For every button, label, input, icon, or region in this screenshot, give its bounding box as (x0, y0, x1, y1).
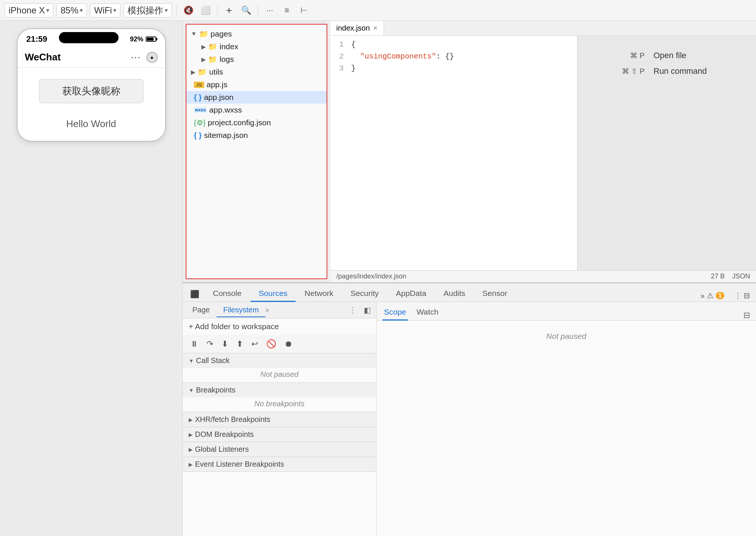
toolbar-divider-3 (258, 5, 258, 16)
mute-button[interactable]: 🔇 (181, 3, 195, 18)
subtab-filesystem-label: Filesystem (223, 306, 259, 314)
xhr-breakpoints-header[interactable]: ▶ XHR/fetch Breakpoints (183, 412, 376, 427)
tab-sensor[interactable]: Sensor (474, 286, 516, 302)
editor-tab-indexjson[interactable]: index.json ✕ (330, 21, 384, 35)
screenshot-button[interactable]: ⬜ (198, 3, 212, 18)
event-label: Event Listener Breakpoints (195, 460, 284, 469)
devtools-options-button[interactable]: ⋮ ⊟ (731, 290, 753, 302)
add-button[interactable]: + (222, 3, 236, 18)
phone-status-bar: 21:59 92% (18, 29, 165, 47)
main-area: 21:59 92% WeChat ··· ● (0, 21, 756, 536)
tree-item-appwxss[interactable]: wxss app.wxss (186, 104, 327, 116)
tab-network[interactable]: Network (296, 286, 341, 302)
tree-item-appjson[interactable]: { } app.json (186, 91, 327, 104)
json2-badge-icon: { } (194, 131, 202, 140)
xhr-label: XHR/fetch Breakpoints (195, 415, 270, 424)
phone-menu-button[interactable]: ··· (131, 51, 141, 63)
subtab-filesystem[interactable]: Filesystem (217, 303, 266, 317)
dom-label: DOM Breakpoints (195, 430, 254, 439)
zoom-selector[interactable]: 85% ▾ (56, 3, 87, 18)
filesystem-toggle-button[interactable]: ◧ (362, 305, 373, 315)
phone-hello-text: Hello World (66, 118, 116, 130)
line-content: "usingComponents": {} (351, 51, 454, 63)
scope-tab-watch[interactable]: Watch (415, 305, 440, 321)
tab-security[interactable]: Security (342, 286, 387, 302)
zoom-label: 85% (60, 5, 78, 16)
tree-item-utils[interactable]: ▶ 📁 utils (186, 66, 327, 78)
tab-network-label: Network (305, 289, 333, 297)
phone-status-right: 92% (130, 35, 156, 43)
scope-resize-icon[interactable]: ⊟ (743, 310, 750, 320)
global-listeners-header[interactable]: ▶ Global Listeners (183, 442, 376, 457)
dom-breakpoints-header[interactable]: ▶ DOM Breakpoints (183, 427, 376, 442)
pause-button[interactable]: ⏸ (189, 338, 200, 350)
tree-item-appjs[interactable]: JS app.js (186, 78, 327, 91)
global-label: Global Listeners (195, 445, 249, 454)
tree-item-pages[interactable]: ▼ 📁 pages (186, 28, 327, 40)
subtab-page[interactable]: Page (186, 303, 217, 317)
debugger-toolbar: ⏸ ↷ ⬇ ⬆ ↩ 🚫 ⏺ (183, 335, 376, 353)
subtab-more-icon[interactable]: » (265, 306, 269, 314)
step-button[interactable]: ↩ (250, 338, 259, 350)
phone-record-button[interactable]: ● (147, 52, 158, 63)
network-selector[interactable]: WiFi ▾ (90, 3, 120, 18)
step-over-button[interactable]: ↷ (205, 338, 215, 350)
scope-content: Not paused (377, 321, 756, 536)
dom-arrow-icon: ▶ (189, 432, 193, 438)
folder-icon: 📁 (199, 29, 208, 38)
devtools-more-button[interactable]: » ⚠ 1 (697, 290, 727, 302)
global-listeners-section: ▶ Global Listeners (183, 442, 376, 457)
tree-item-logs[interactable]: ▶ 📁 logs (186, 53, 327, 66)
tree-item-label: app.json (204, 93, 233, 102)
tree-item-label: pages (211, 29, 232, 38)
tab-appdata[interactable]: AppData (388, 286, 435, 302)
tree-item-projectconfig[interactable]: {⚙} project.config.json (186, 116, 327, 129)
battery-fill (147, 38, 154, 41)
more-button[interactable]: ··· (262, 3, 277, 18)
devtools-cursor-icon[interactable]: ⬛ (186, 287, 204, 302)
breakpoints-header[interactable]: ▼ Breakpoints (183, 383, 376, 397)
file-type: JSON (732, 272, 750, 280)
breakpoint-button[interactable]: ⏺ (283, 338, 294, 350)
shortcut-key-text: ⌘ ⇧ P (622, 67, 645, 76)
tab-audits[interactable]: Audits (435, 286, 473, 302)
tab-console[interactable]: Console (205, 286, 250, 302)
event-arrow-icon: ▶ (189, 461, 193, 467)
phone-action-button[interactable]: 获取头像昵称 (39, 79, 144, 103)
subtab-page-label: Page (192, 306, 210, 314)
indent-button[interactable]: ≡ (280, 3, 294, 18)
tab-sources[interactable]: Sources (251, 286, 296, 302)
warning-icon: ⚠ (707, 291, 714, 300)
event-listener-header[interactable]: ▶ Event Listener Breakpoints (183, 457, 376, 472)
tree-item-sitemap[interactable]: { } sitemap.json (186, 129, 327, 142)
deactivate-button[interactable]: 🚫 (265, 338, 278, 350)
toolbar-divider-1 (176, 5, 177, 16)
filesystem-menu-button[interactable]: ⋮ (347, 305, 359, 315)
xhr-breakpoints-section: ▶ XHR/fetch Breakpoints (183, 412, 376, 427)
tree-item-index[interactable]: ▶ 📁 index (186, 40, 327, 53)
add-folder-button[interactable]: + Add folder to workspace (183, 318, 376, 335)
operation-label: 模拟操作 (127, 4, 163, 16)
phone-body: 获取头像昵称 Hello World (18, 68, 165, 141)
tree-item-label: app.wxss (209, 105, 242, 114)
device-selector[interactable]: iPhone X ▾ (4, 3, 53, 18)
phone-notch (59, 32, 119, 43)
layout-button[interactable]: ⊢ (297, 3, 311, 18)
operation-selector[interactable]: 模拟操作 ▾ (123, 3, 172, 18)
tree-item-label: logs (220, 55, 234, 64)
step-into-button[interactable]: ⬇ (220, 338, 230, 350)
add-folder-label: + Add folder to workspace (189, 322, 279, 331)
search-button[interactable]: 🔍 (239, 3, 253, 18)
step-out-button[interactable]: ⬆ (235, 338, 245, 350)
folder-icon: 📁 (208, 42, 217, 51)
options-dots-icon: ⋮ (734, 291, 741, 300)
dock-icon: ⊟ (744, 291, 750, 300)
scope-tab-scope[interactable]: Scope (382, 305, 408, 321)
dom-breakpoints-section: ▶ DOM Breakpoints (183, 427, 376, 442)
scope-not-paused-text: Not paused (546, 332, 586, 341)
call-stack-header[interactable]: ▼ Call Stack (183, 353, 376, 368)
editor-area: ▼ 📁 pages ▶ 📁 index ▶ 📁 logs (183, 21, 756, 283)
tree-item-label: project.config.json (208, 118, 271, 127)
folder-icon: 📁 (198, 67, 207, 76)
tab-close-button[interactable]: ✕ (373, 25, 378, 32)
